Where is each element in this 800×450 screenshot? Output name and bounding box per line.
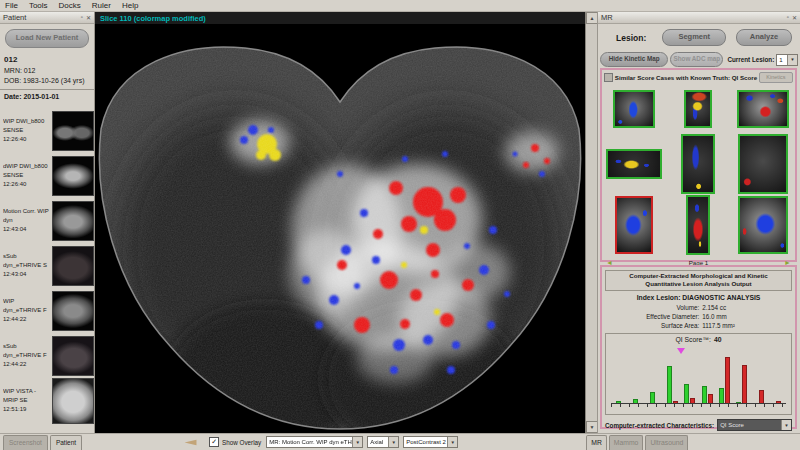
series-thumbnail[interactable] xyxy=(52,201,94,241)
analyze-button[interactable]: Analyze xyxy=(736,29,792,46)
similar-case-thumbnail[interactable] xyxy=(737,90,789,128)
tab-mr[interactable]: MR xyxy=(586,435,607,450)
tab-ultrasound[interactable]: Ultrasound xyxy=(645,435,688,450)
series-list: WIP DWI_b800 SENSE12:26:40dWIP DWI_b800 … xyxy=(0,108,95,433)
menu-docks[interactable]: Docks xyxy=(59,1,81,10)
series-select[interactable]: MR: Motion Corr. WIP dyn eTHRIVE SENSE ▼ xyxy=(266,436,363,448)
main-viewer[interactable]: Slice 110 (colormap modified) xyxy=(95,12,585,433)
analysis-output-box: Computer-Extracted Morphological and Kin… xyxy=(600,265,797,429)
menu-file[interactable]: File xyxy=(5,1,18,10)
similar-case-thumbnail[interactable] xyxy=(684,90,712,128)
characteristics-select[interactable]: QI Score ▼ xyxy=(717,419,792,431)
series-thumbnail[interactable] xyxy=(52,246,94,286)
load-new-patient-button[interactable]: Load New Patient xyxy=(5,29,89,48)
hide-kinetic-map-button[interactable]: Hide Kinetic Map xyxy=(600,52,668,67)
menu-ruler[interactable]: Ruler xyxy=(92,1,111,10)
patient-panel-title: Patient xyxy=(3,13,26,22)
tab-screenshot[interactable]: Screenshot xyxy=(3,435,48,450)
lesion-label: Lesion: xyxy=(616,33,646,43)
study-date: Date: 2015-01-01 xyxy=(0,90,94,103)
series-thumbnail[interactable] xyxy=(52,336,94,376)
chevron-down-icon[interactable]: ▼ xyxy=(781,420,791,430)
characteristics-label: Computer-extracted Characteristics: xyxy=(605,422,714,429)
series-name: sSub dyn_eTHRIVE S xyxy=(3,252,51,270)
slice-label: Slice 110 (colormap modified) xyxy=(100,14,206,23)
similar-case-thumbnail[interactable] xyxy=(738,196,788,254)
series-name: WIP VISTA - MRIP SE xyxy=(3,387,51,405)
show-overlay-checkbox[interactable]: ✓ xyxy=(209,437,219,447)
list-item[interactable]: WIP dyn_eTHRIVE F12:44:22 xyxy=(0,288,95,333)
series-name: dWIP DWI_b800 SENSE xyxy=(3,162,51,180)
lesion-stats: Volume:2.154 cc Effective Diameter:16.0 … xyxy=(605,303,792,330)
overlay-toggle-checkbox[interactable] xyxy=(604,73,613,82)
list-item[interactable]: Motion Corr. WIP dyn12:43:04 xyxy=(0,198,95,243)
list-item[interactable]: WIP VISTA - MRIP SE12:51:19 xyxy=(0,378,95,423)
histogram-bar-malignant xyxy=(742,365,747,404)
show-adc-map-button[interactable]: Show ADC map xyxy=(670,52,723,67)
list-item[interactable]: sSub dyn_eTHRIVE F12:44:22 xyxy=(0,333,95,378)
histogram-bar-benign xyxy=(719,388,724,404)
series-time: 12:44:22 xyxy=(3,360,51,369)
series-time: 12:26:40 xyxy=(3,135,51,144)
similar-case-thumbnail[interactable] xyxy=(615,196,653,254)
series-time: 12:43:04 xyxy=(3,270,51,279)
list-item[interactable]: sSub dyn_eTHRIVE S12:43:04 xyxy=(0,243,95,288)
qi-histogram xyxy=(613,348,784,411)
list-item[interactable]: WIP DWI_b800 SENSE12:26:40 xyxy=(0,108,95,153)
mr-panel-titlebar[interactable]: MR ▫ ✕ xyxy=(598,12,800,24)
similar-case-thumbnail[interactable] xyxy=(606,149,662,179)
similar-case-thumbnail[interactable] xyxy=(738,134,788,194)
kinetics-button[interactable]: Kinetics xyxy=(759,72,793,83)
series-name: WIP DWI_b800 SENSE xyxy=(3,117,51,135)
tab-mammo[interactable]: Mammo xyxy=(609,435,644,450)
chevron-down-icon[interactable]: ▼ xyxy=(447,437,457,447)
pin-icon[interactable]: ▫ xyxy=(81,14,83,21)
patient-mrn: MRN: 012 xyxy=(4,66,90,76)
patient-dob: DOB: 1983-10-26 (34 yrs) xyxy=(4,76,90,86)
collapse-arrow-icon[interactable]: ◄ xyxy=(181,437,201,447)
bottom-bar: ScreenshotPatient ◄ ✓ Show Overlay MR: M… xyxy=(0,433,800,450)
panel-scrollbar[interactable]: ▲ ▼ xyxy=(585,12,597,433)
current-lesion-select[interactable]: 1 ▼ xyxy=(776,54,798,66)
list-item[interactable]: dWIP DWI_b800 SENSE12:26:40 xyxy=(0,153,95,198)
left-tab-strip: ScreenshotPatient xyxy=(3,435,84,450)
chevron-down-icon[interactable]: ▼ xyxy=(787,55,797,65)
series-time: 12:51:19 xyxy=(3,405,51,414)
histogram-bar-malignant xyxy=(759,390,764,404)
close-icon[interactable]: ✕ xyxy=(792,14,797,21)
series-time: 12:43:04 xyxy=(3,225,51,234)
mri-axial-image[interactable] xyxy=(95,24,585,433)
series-name: WIP dyn_eTHRIVE F xyxy=(3,297,51,315)
histogram-bar-benign xyxy=(702,386,707,404)
menu-help[interactable]: Help xyxy=(122,1,138,10)
chevron-down-icon[interactable]: ▼ xyxy=(388,437,398,447)
similar-case-thumbnail[interactable] xyxy=(613,90,655,128)
tab-patient[interactable]: Patient xyxy=(50,435,82,450)
menu-bar: FileToolsDocksRulerHelp xyxy=(0,0,800,12)
series-thumbnail[interactable] xyxy=(52,291,94,331)
close-icon[interactable]: ✕ xyxy=(86,14,91,21)
series-thumbnail[interactable] xyxy=(52,156,94,196)
patient-id: 012 xyxy=(4,54,90,66)
analysis-title: Computer-Extracted Morphological and Kin… xyxy=(605,270,792,291)
similar-case-thumbnail[interactable] xyxy=(681,134,715,194)
patient-panel-titlebar[interactable]: Patient ▫ ✕ xyxy=(0,12,94,24)
series-time: 12:26:40 xyxy=(3,180,51,189)
qi-score-marker xyxy=(677,348,685,354)
pin-icon[interactable]: ▫ xyxy=(787,14,789,21)
volume-label: Volume: xyxy=(605,303,702,312)
current-lesion-label: Current Lesion: xyxy=(727,56,774,63)
series-thumbnail[interactable] xyxy=(52,111,94,151)
contrast-select[interactable]: PostContrast 2 ▼ xyxy=(403,436,458,448)
histogram-bar-benign xyxy=(667,366,672,405)
menu-tools[interactable]: Tools xyxy=(29,1,48,10)
chevron-down-icon[interactable]: ▼ xyxy=(352,437,362,447)
mr-panel-title: MR xyxy=(601,13,613,22)
series-name: sSub dyn_eTHRIVE F xyxy=(3,342,51,360)
surface-label: Surface Area: xyxy=(605,321,702,330)
series-thumbnail[interactable] xyxy=(52,378,94,424)
segment-button[interactable]: Segment xyxy=(662,29,726,46)
patient-panel: Patient ▫ ✕ Load New Patient 012 MRN: 01… xyxy=(0,12,95,433)
similar-case-thumbnail[interactable] xyxy=(686,195,710,255)
orientation-select[interactable]: Axial ▼ xyxy=(367,436,399,448)
